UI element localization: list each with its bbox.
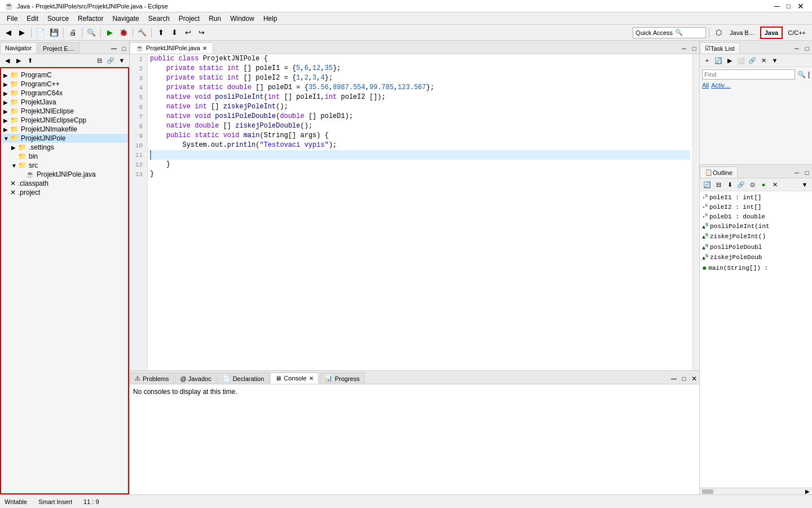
outline-maximize[interactable]: □: [802, 168, 812, 178]
nav-back-btn[interactable]: ◀: [2, 55, 12, 65]
task-find-input[interactable]: [702, 69, 795, 80]
tree-item-projektjnimakefile[interactable]: ▶ 📁 ProjektJNImakefile: [1, 125, 128, 134]
tab-console[interactable]: 🖥 Console ✕: [270, 373, 318, 384]
tasklist-btn2[interactable]: 🔄: [713, 55, 723, 65]
editor-minimize[interactable]: ─: [679, 43, 689, 54]
task-list-minimize[interactable]: ─: [792, 43, 802, 54]
outline-btn6[interactable]: ●: [758, 179, 769, 190]
tree-item-classpath[interactable]: ✕ .classpath: [1, 179, 128, 188]
tasklist-btn4[interactable]: ⬜: [736, 55, 746, 65]
nav-forward-btn[interactable]: ▶: [14, 55, 24, 65]
outline-btn2[interactable]: ⊟: [713, 179, 723, 190]
tree-item-projektjava[interactable]: ▶ 📁 ProjektJava: [1, 98, 128, 107]
outline-item-main[interactable]: ● main(String[]) :: [700, 262, 812, 274]
bottom-panel-close[interactable]: ✕: [689, 374, 699, 384]
tab-progress[interactable]: 📊 Progress: [320, 373, 365, 384]
outline-item-ziskejdoub[interactable]: ▲N ziskejPoleDoub: [700, 252, 812, 262]
tasklist-btn6[interactable]: ✕: [758, 55, 769, 65]
close-btn[interactable]: ✕: [794, 2, 807, 11]
tasklist-btn7[interactable]: ▼: [770, 55, 780, 65]
nav-menu-btn[interactable]: ▼: [117, 55, 127, 65]
outline-btn7[interactable]: ✕: [770, 179, 780, 190]
menu-search[interactable]: Search: [144, 14, 174, 24]
outline-btn1[interactable]: 🔄: [702, 179, 712, 190]
tab-navigator[interactable]: Navigator: [0, 42, 37, 54]
editor-maximize[interactable]: □: [689, 43, 699, 54]
menu-source[interactable]: Source: [43, 14, 73, 24]
tab-outline[interactable]: 📋 Outline: [700, 167, 738, 178]
toolbar-debug[interactable]: 🐞: [117, 27, 130, 39]
nav-up-btn[interactable]: ⬆: [25, 55, 35, 65]
code-content[interactable]: public class ProjektJNIPole { private st…: [148, 54, 692, 370]
left-panel-maximize[interactable]: □: [119, 43, 129, 54]
outline-item-pole1[interactable]: ▪S poleI1 : int[]: [700, 192, 812, 202]
toolbar-perspective-icon[interactable]: ⬡: [712, 27, 725, 39]
menu-window[interactable]: Window: [226, 14, 259, 24]
close-tab-icon[interactable]: ✕: [202, 45, 207, 51]
menu-run[interactable]: Run: [204, 14, 226, 24]
toolbar-nav4[interactable]: ↪: [195, 27, 208, 39]
tree-item-programc[interactable]: ▶ 📁 ProgramC: [1, 71, 128, 80]
outline-btn3[interactable]: ⬇: [725, 179, 735, 190]
tree-item-java-file[interactable]: ☕ ProjektJNIPole.java: [1, 170, 128, 179]
toolbar-nav2[interactable]: ⬇: [168, 27, 180, 39]
tab-problems[interactable]: ⚠ Problems: [130, 373, 174, 384]
tab-task-list[interactable]: ☑ Task List: [700, 42, 740, 54]
tab-project-explorer[interactable]: Project E…: [38, 42, 80, 54]
toolbar-forward[interactable]: ▶: [16, 27, 28, 39]
bottom-panel-toolbar1[interactable]: ─: [669, 374, 679, 384]
tree-item-src[interactable]: ▼ 📁 src: [1, 161, 128, 170]
toolbar-new[interactable]: 📄: [34, 27, 47, 39]
menu-help[interactable]: Help: [259, 14, 282, 24]
editor-tab-java[interactable]: ☕ ProjektJNIPole.java ✕: [130, 42, 213, 54]
nav-link-btn[interactable]: 🔗: [105, 55, 116, 65]
bottom-panel-toolbar2[interactable]: □: [679, 374, 689, 384]
outline-item-posliint[interactable]: ▲N posliPoleInt(int: [700, 221, 812, 231]
menu-refactor[interactable]: Refactor: [73, 14, 108, 24]
tasklist-btn5[interactable]: 🔗: [747, 55, 757, 65]
perspective-java[interactable]: Java: [760, 27, 783, 39]
menu-file[interactable]: File: [2, 14, 22, 24]
menu-navigate[interactable]: Navigate: [108, 14, 143, 24]
tab-javadoc[interactable]: @ Javadoc: [175, 373, 216, 384]
tree-item-projektjnieclipse[interactable]: ▶ 📁 ProjektJNIEclipse: [1, 107, 128, 116]
tree-item-programc64x[interactable]: ▶ 📁 ProgramC64x: [1, 89, 128, 98]
outline-hscrollbar[interactable]: ▶: [700, 488, 812, 494]
left-panel-minimize[interactable]: ─: [109, 43, 119, 54]
toolbar-run[interactable]: ▶: [104, 27, 116, 39]
tasklist-btn1[interactable]: +: [702, 55, 712, 65]
tree-item-project[interactable]: ✕ .project: [1, 188, 128, 197]
toolbar-nav3[interactable]: ↩: [182, 27, 194, 39]
outline-btn5[interactable]: ⊙: [747, 179, 757, 190]
toolbar-build[interactable]: 🔨: [136, 27, 148, 39]
minimize-btn[interactable]: ─: [771, 2, 783, 11]
toolbar-nav1[interactable]: ⬆: [155, 27, 167, 39]
perspective-javab[interactable]: Java B…: [726, 27, 759, 39]
maximize-btn[interactable]: □: [783, 2, 794, 10]
outline-minimize[interactable]: ─: [792, 168, 802, 178]
close-console-icon[interactable]: ✕: [309, 375, 314, 382]
filter-activ-btn[interactable]: Activ…: [711, 82, 731, 89]
quick-access-box[interactable]: Quick Access 🔍: [633, 27, 706, 38]
outline-item-poslидвойн[interactable]: ▲N posliPoleDoubl: [700, 242, 812, 252]
outline-btn4[interactable]: 🔗: [736, 179, 746, 190]
tree-item-bin[interactable]: 📁 bin: [1, 152, 128, 161]
find-icon[interactable]: 🔍: [797, 71, 806, 78]
tree-item-projektjnieclipsecpp[interactable]: ▶ 📁 ProjektJNIEclipseCpp: [1, 116, 128, 125]
outline-item-poled1[interactable]: ▪S poleD1 : double: [700, 212, 812, 221]
outline-expand[interactable]: ▼: [800, 179, 810, 190]
nav-collapse-btn[interactable]: ⊟: [94, 55, 104, 65]
tree-item-programcpp[interactable]: ▶ 📁 ProgramC++: [1, 80, 128, 89]
toolbar-save[interactable]: 💾: [48, 27, 60, 39]
perspective-cpp[interactable]: C/C++: [784, 27, 810, 39]
tree-item-settings[interactable]: ▶ 📁 .settings: [1, 143, 128, 152]
tab-declaration[interactable]: 📄 Declaration: [218, 373, 270, 384]
task-list-maximize[interactable]: □: [802, 43, 812, 54]
menu-project[interactable]: Project: [174, 14, 204, 24]
scroll-right[interactable]: ▶: [805, 488, 810, 494]
tree-item-projektjnipole[interactable]: ▼ 📁 ProjektJNIPole: [1, 134, 128, 143]
menu-edit[interactable]: Edit: [22, 14, 43, 24]
outline-item-pole2[interactable]: ▪S poleI2 : int[]: [700, 202, 812, 212]
filter-all-btn[interactable]: All: [702, 82, 709, 89]
outline-item-ziskejint[interactable]: ▲N ziskejPoleInt(): [700, 231, 812, 242]
